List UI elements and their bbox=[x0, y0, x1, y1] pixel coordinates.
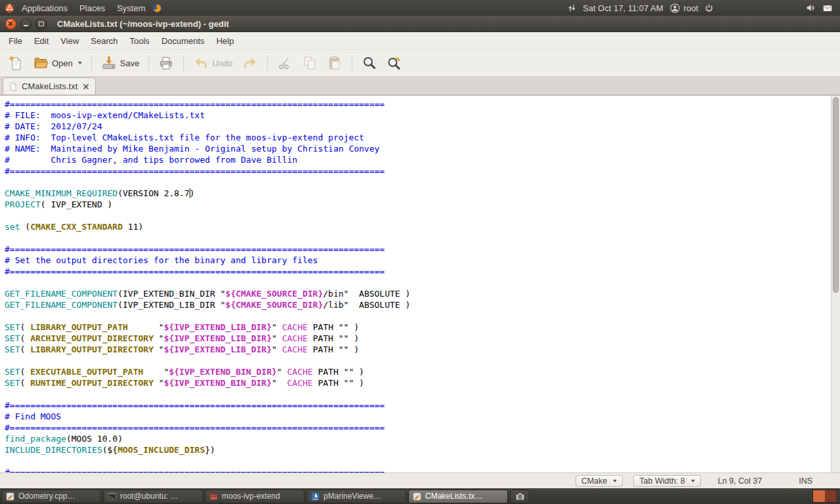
new-button[interactable] bbox=[4, 53, 28, 73]
open-dropdown-arrow[interactable] bbox=[78, 62, 82, 64]
paste-icon bbox=[327, 55, 343, 71]
undo-icon bbox=[193, 55, 209, 71]
mail-icon[interactable] bbox=[822, 3, 833, 13]
power-icon[interactable] bbox=[704, 3, 714, 13]
folder-icon bbox=[209, 492, 219, 501]
document-icon bbox=[9, 82, 18, 91]
code-line: CMAKE_MINIMUM_REQUIRED(VERSION 2.8.7) bbox=[5, 188, 828, 199]
tab-cmakelists[interactable]: CMakeLists.txt bbox=[3, 77, 96, 94]
open-button[interactable]: Open bbox=[29, 53, 86, 73]
menu-documents[interactable]: Documents bbox=[156, 36, 211, 46]
workspace-1[interactable] bbox=[813, 490, 825, 502]
new-icon bbox=[8, 55, 24, 71]
code-line: # FILE: moos-ivp-extend/CMakeLists.txt bbox=[5, 110, 828, 121]
code-line bbox=[5, 455, 828, 467]
editor[interactable]: #=======================================… bbox=[0, 95, 840, 472]
tab-width-selector[interactable]: Tab Width: 8 bbox=[633, 475, 700, 487]
code-line: SET( RUNTIME_OUTPUT_DIRECTORY "${IVP_EXT… bbox=[5, 377, 828, 388]
menu-help[interactable]: Help bbox=[211, 36, 240, 46]
scrollbar-thumb[interactable] bbox=[833, 97, 839, 293]
find-button[interactable] bbox=[358, 53, 381, 73]
top-panel: Applications Places System Sat Oct 17, 1… bbox=[0, 0, 840, 16]
ubuntu-logo-icon[interactable] bbox=[4, 3, 15, 14]
code-line bbox=[5, 310, 828, 322]
taskbar-item-label: root@ubuntu: … bbox=[120, 492, 178, 501]
code-line bbox=[5, 388, 828, 400]
code-line: # Chris Gagner, and tips borrowed from D… bbox=[5, 154, 828, 165]
code-line bbox=[5, 177, 828, 188]
user-menu-label[interactable]: root bbox=[684, 3, 698, 13]
toolbar-separator bbox=[267, 55, 268, 71]
paste-button bbox=[323, 53, 346, 73]
code-line: #=======================================… bbox=[5, 467, 828, 472]
network-indicator-icon[interactable] bbox=[567, 3, 577, 13]
menu-system[interactable]: System bbox=[112, 3, 150, 13]
print-button[interactable] bbox=[154, 53, 178, 73]
menu-file[interactable]: File bbox=[3, 36, 28, 46]
find-icon bbox=[362, 55, 377, 71]
code-line: SET( ARCHIVE_OUTPUT_DIRECTORY "${IVP_EXT… bbox=[5, 333, 828, 344]
camera-icon bbox=[515, 492, 525, 501]
menu-tools[interactable]: Tools bbox=[124, 36, 156, 46]
code-line: GET_FILENAME_COMPONENT(IVP_EXTEND_BIN_DI… bbox=[5, 288, 828, 299]
cursor-position: Ln 9, Col 37 bbox=[718, 476, 762, 486]
taskbar-item-root-ubuntu[interactable]: root@ubuntu: … bbox=[103, 490, 203, 503]
code-line: INCLUDE_DIRECTORIES(${MOOS_INCLUDE_DIRS}… bbox=[5, 444, 828, 455]
taskbar-items: Odometry.cpp…root@ubuntu: …moos-ivp-exte… bbox=[1, 488, 530, 504]
taskbar-item-pmarineviewe[interactable]: pMarineViewe… bbox=[306, 490, 406, 503]
taskbar-item-cmakelists-tx[interactable]: CMakeLists.tx… bbox=[408, 490, 508, 503]
code-line bbox=[5, 277, 828, 288]
save-label: Save bbox=[120, 58, 140, 68]
user-menu-icon[interactable] bbox=[669, 3, 681, 14]
editor-code[interactable]: #=======================================… bbox=[0, 96, 840, 472]
menu-edit[interactable]: Edit bbox=[28, 36, 54, 46]
close-button[interactable] bbox=[5, 18, 16, 30]
menu-applications[interactable]: Applications bbox=[16, 3, 73, 13]
language-selector[interactable]: CMake bbox=[576, 475, 623, 487]
workspace-switcher[interactable] bbox=[812, 490, 837, 503]
save-button[interactable]: Save bbox=[97, 53, 144, 73]
tabbar: CMakeLists.txt bbox=[0, 77, 840, 95]
dropdown-arrow-icon bbox=[613, 480, 617, 482]
firefox-launcher-icon[interactable] bbox=[152, 3, 163, 14]
clock[interactable]: Sat Oct 17, 11:07 AM bbox=[583, 3, 663, 13]
language-label: CMake bbox=[581, 476, 608, 486]
taskbar-item-label: Odometry.cpp… bbox=[18, 492, 75, 501]
insert-mode-indicator: INS bbox=[799, 476, 812, 486]
taskbar-item-label: moos-ivp-extend bbox=[222, 492, 280, 501]
tab-close-icon[interactable] bbox=[81, 82, 90, 91]
redo-button bbox=[238, 53, 262, 73]
menu-search[interactable]: Search bbox=[85, 36, 123, 46]
copy-button bbox=[298, 53, 322, 73]
taskbar-item-moos-ivp-extend[interactable]: moos-ivp-extend bbox=[205, 490, 304, 503]
redo-icon bbox=[242, 55, 258, 71]
maximize-button[interactable] bbox=[35, 18, 47, 30]
taskbar-item-label: CMakeLists.tx… bbox=[425, 492, 482, 501]
minimize-button[interactable] bbox=[20, 18, 32, 30]
toolbar-separator bbox=[352, 55, 352, 71]
find-replace-button[interactable] bbox=[383, 53, 406, 73]
toolbar-separator bbox=[148, 55, 149, 71]
volume-icon[interactable] bbox=[805, 3, 816, 13]
undo-label: Undo bbox=[212, 58, 232, 68]
code-line: # DATE: 2012/07/24 bbox=[5, 121, 828, 132]
titlebar[interactable]: CMakeLists.txt (~/moos-ivp-extend) - ged… bbox=[0, 16, 840, 32]
taskbar-item-odometry-cpp[interactable]: Odometry.cpp… bbox=[1, 490, 101, 503]
code-line bbox=[5, 355, 828, 366]
code-line: #=======================================… bbox=[5, 400, 828, 411]
code-line: SET( EXECUTABLE_OUTPUT_PATH "${IVP_EXTEN… bbox=[5, 366, 828, 377]
code-line: # INFO: Top-level CMakeLists.txt file fo… bbox=[5, 132, 828, 143]
dropdown-arrow-icon bbox=[691, 480, 695, 482]
editor-scrollbar[interactable] bbox=[831, 96, 840, 472]
undo-button: Undo bbox=[189, 53, 236, 73]
menu-view[interactable]: View bbox=[54, 36, 85, 46]
bottom-panel: Odometry.cpp…root@ubuntu: …moos-ivp-exte… bbox=[0, 488, 840, 504]
menu-places[interactable]: Places bbox=[74, 3, 110, 13]
code-line: #=======================================… bbox=[5, 266, 828, 277]
find-replace-icon bbox=[387, 55, 402, 71]
workspace-2[interactable] bbox=[825, 490, 837, 502]
gedit-window: CMakeLists.txt (~/moos-ivp-extend) - ged… bbox=[0, 16, 840, 488]
taskbar-item-camera[interactable] bbox=[510, 490, 530, 503]
panel-left: Applications Places System bbox=[0, 3, 163, 14]
gedit-icon bbox=[5, 492, 15, 501]
